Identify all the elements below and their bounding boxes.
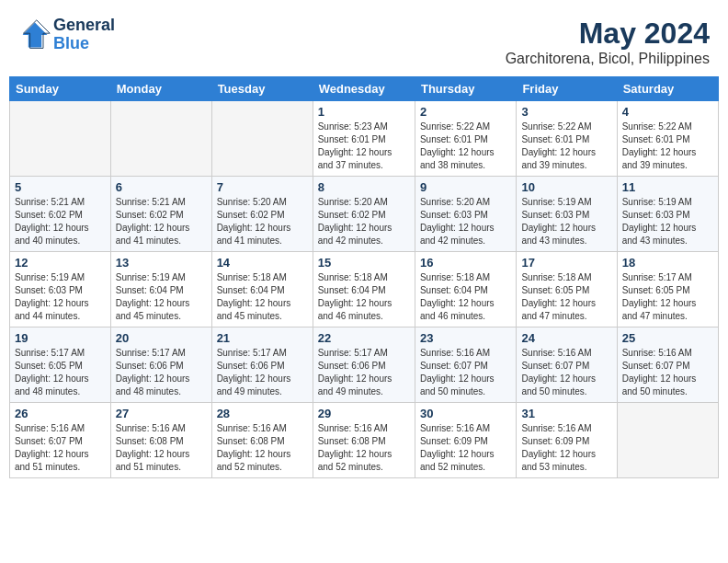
day-number: 9 xyxy=(420,180,511,194)
calendar-cell: 6Sunrise: 5:21 AM Sunset: 6:02 PM Daylig… xyxy=(110,177,211,252)
day-number: 31 xyxy=(521,407,611,420)
calendar-cell: 22Sunrise: 5:17 AM Sunset: 6:06 PM Dayli… xyxy=(313,327,415,403)
calendar-cell: 31Sunrise: 5:16 AM Sunset: 6:09 PM Dayli… xyxy=(517,403,617,478)
weekday-header-wednesday: Wednesday xyxy=(313,77,415,101)
day-number: 5 xyxy=(15,180,106,194)
day-number: 18 xyxy=(622,256,713,270)
day-number: 30 xyxy=(420,407,511,420)
day-info: Sunrise: 5:21 AM Sunset: 6:02 PM Dayligh… xyxy=(15,196,106,247)
calendar-body: 1Sunrise: 5:23 AM Sunset: 6:01 PM Daylig… xyxy=(10,101,719,478)
day-info: Sunrise: 5:18 AM Sunset: 6:04 PM Dayligh… xyxy=(318,271,410,323)
calendar-cell: 20Sunrise: 5:17 AM Sunset: 6:06 PM Dayli… xyxy=(110,327,211,403)
day-info: Sunrise: 5:16 AM Sunset: 6:08 PM Dayligh… xyxy=(318,422,410,474)
logo-icon xyxy=(18,18,51,52)
day-info: Sunrise: 5:16 AM Sunset: 6:09 PM Dayligh… xyxy=(521,422,611,474)
weekday-header-thursday: Thursday xyxy=(415,77,516,101)
calendar-week-4: 19Sunrise: 5:17 AM Sunset: 6:05 PM Dayli… xyxy=(10,327,719,403)
day-info: Sunrise: 5:18 AM Sunset: 6:05 PM Dayligh… xyxy=(521,271,611,323)
day-number: 6 xyxy=(116,180,207,194)
day-info: Sunrise: 5:17 AM Sunset: 6:05 PM Dayligh… xyxy=(15,347,106,398)
title-block: May 2024 Garchitorena, Bicol, Philippine… xyxy=(506,17,710,67)
calendar-cell: 15Sunrise: 5:18 AM Sunset: 6:04 PM Dayli… xyxy=(313,252,415,327)
calendar-cell: 8Sunrise: 5:20 AM Sunset: 6:02 PM Daylig… xyxy=(313,177,415,252)
calendar-cell: 29Sunrise: 5:16 AM Sunset: 6:08 PM Dayli… xyxy=(313,403,415,478)
calendar-cell: 28Sunrise: 5:16 AM Sunset: 6:08 PM Dayli… xyxy=(211,403,313,478)
day-info: Sunrise: 5:21 AM Sunset: 6:02 PM Dayligh… xyxy=(116,196,207,247)
calendar-cell: 13Sunrise: 5:19 AM Sunset: 6:04 PM Dayli… xyxy=(110,252,211,327)
day-info: Sunrise: 5:16 AM Sunset: 6:07 PM Dayligh… xyxy=(521,347,611,398)
day-info: Sunrise: 5:16 AM Sunset: 6:08 PM Dayligh… xyxy=(217,422,308,474)
calendar-cell: 11Sunrise: 5:19 AM Sunset: 6:03 PM Dayli… xyxy=(617,177,718,252)
day-info: Sunrise: 5:17 AM Sunset: 6:06 PM Dayligh… xyxy=(318,347,410,398)
logo-line1: General xyxy=(53,16,115,34)
logo: General Blue xyxy=(18,17,115,53)
day-number: 11 xyxy=(622,180,713,194)
logo-text: General Blue xyxy=(53,17,115,53)
day-number: 4 xyxy=(622,105,713,119)
calendar-cell: 17Sunrise: 5:18 AM Sunset: 6:05 PM Dayli… xyxy=(517,252,617,327)
day-number: 24 xyxy=(521,331,611,345)
calendar-cell: 4Sunrise: 5:22 AM Sunset: 6:01 PM Daylig… xyxy=(617,101,718,177)
weekday-header-friday: Friday xyxy=(517,77,617,101)
calendar-cell: 5Sunrise: 5:21 AM Sunset: 6:02 PM Daylig… xyxy=(10,177,111,252)
day-number: 27 xyxy=(116,407,207,420)
calendar-cell: 14Sunrise: 5:18 AM Sunset: 6:04 PM Dayli… xyxy=(211,252,313,327)
day-number: 15 xyxy=(318,256,410,270)
calendar-cell: 12Sunrise: 5:19 AM Sunset: 6:03 PM Dayli… xyxy=(10,252,111,327)
calendar-cell: 19Sunrise: 5:17 AM Sunset: 6:05 PM Dayli… xyxy=(10,327,111,403)
calendar-header: SundayMondayTuesdayWednesdayThursdayFrid… xyxy=(10,77,719,101)
day-info: Sunrise: 5:20 AM Sunset: 6:02 PM Dayligh… xyxy=(217,196,308,247)
day-info: Sunrise: 5:19 AM Sunset: 6:03 PM Dayligh… xyxy=(622,196,713,247)
weekday-header-saturday: Saturday xyxy=(617,77,718,101)
day-number: 28 xyxy=(217,407,308,420)
day-number: 10 xyxy=(521,180,611,194)
day-number: 13 xyxy=(116,256,207,270)
calendar-week-2: 5Sunrise: 5:21 AM Sunset: 6:02 PM Daylig… xyxy=(10,177,719,252)
day-info: Sunrise: 5:20 AM Sunset: 6:03 PM Dayligh… xyxy=(420,196,511,247)
day-number: 21 xyxy=(217,331,308,345)
day-info: Sunrise: 5:22 AM Sunset: 6:01 PM Dayligh… xyxy=(420,121,511,172)
page-header: General Blue May 2024 Garchitorena, Bico… xyxy=(9,9,719,71)
calendar-week-3: 12Sunrise: 5:19 AM Sunset: 6:03 PM Dayli… xyxy=(10,252,719,327)
day-info: Sunrise: 5:17 AM Sunset: 6:06 PM Dayligh… xyxy=(217,347,308,398)
weekday-header-monday: Monday xyxy=(110,77,211,101)
day-info: Sunrise: 5:18 AM Sunset: 6:04 PM Dayligh… xyxy=(217,271,308,323)
calendar-cell: 9Sunrise: 5:20 AM Sunset: 6:03 PM Daylig… xyxy=(415,177,516,252)
calendar-cell xyxy=(211,101,313,177)
weekday-header-tuesday: Tuesday xyxy=(211,77,313,101)
day-info: Sunrise: 5:19 AM Sunset: 6:03 PM Dayligh… xyxy=(15,271,106,323)
day-info: Sunrise: 5:22 AM Sunset: 6:01 PM Dayligh… xyxy=(521,121,611,172)
day-number: 20 xyxy=(116,331,207,345)
calendar-cell: 16Sunrise: 5:18 AM Sunset: 6:04 PM Dayli… xyxy=(415,252,516,327)
day-info: Sunrise: 5:16 AM Sunset: 6:09 PM Dayligh… xyxy=(420,422,511,474)
day-number: 12 xyxy=(15,256,106,270)
subtitle: Garchitorena, Bicol, Philippines xyxy=(506,51,710,67)
calendar-cell: 18Sunrise: 5:17 AM Sunset: 6:05 PM Dayli… xyxy=(617,252,718,327)
day-number: 26 xyxy=(15,407,106,420)
calendar-week-1: 1Sunrise: 5:23 AM Sunset: 6:01 PM Daylig… xyxy=(10,101,719,177)
day-number: 19 xyxy=(15,331,106,345)
main-title: May 2024 xyxy=(506,17,710,51)
calendar-table: SundayMondayTuesdayWednesdayThursdayFrid… xyxy=(9,76,719,478)
day-number: 16 xyxy=(420,256,511,270)
calendar-cell: 2Sunrise: 5:22 AM Sunset: 6:01 PM Daylig… xyxy=(415,101,516,177)
calendar-cell: 7Sunrise: 5:20 AM Sunset: 6:02 PM Daylig… xyxy=(211,177,313,252)
day-number: 3 xyxy=(521,105,611,119)
day-info: Sunrise: 5:16 AM Sunset: 6:07 PM Dayligh… xyxy=(622,347,713,398)
calendar-cell xyxy=(110,101,211,177)
calendar-cell: 24Sunrise: 5:16 AM Sunset: 6:07 PM Dayli… xyxy=(517,327,617,403)
weekday-header-sunday: Sunday xyxy=(10,77,111,101)
calendar-cell: 27Sunrise: 5:16 AM Sunset: 6:08 PM Dayli… xyxy=(110,403,211,478)
logo-line2: Blue xyxy=(53,34,89,52)
calendar-cell: 10Sunrise: 5:19 AM Sunset: 6:03 PM Dayli… xyxy=(517,177,617,252)
calendar-cell: 21Sunrise: 5:17 AM Sunset: 6:06 PM Dayli… xyxy=(211,327,313,403)
day-info: Sunrise: 5:19 AM Sunset: 6:04 PM Dayligh… xyxy=(116,271,207,323)
day-info: Sunrise: 5:18 AM Sunset: 6:04 PM Dayligh… xyxy=(420,271,511,323)
day-number: 2 xyxy=(420,105,511,119)
calendar-cell xyxy=(617,403,718,478)
calendar-cell: 25Sunrise: 5:16 AM Sunset: 6:07 PM Dayli… xyxy=(617,327,718,403)
calendar-cell: 3Sunrise: 5:22 AM Sunset: 6:01 PM Daylig… xyxy=(517,101,617,177)
day-number: 1 xyxy=(318,105,410,119)
day-info: Sunrise: 5:19 AM Sunset: 6:03 PM Dayligh… xyxy=(521,196,611,247)
day-info: Sunrise: 5:20 AM Sunset: 6:02 PM Dayligh… xyxy=(318,196,410,247)
